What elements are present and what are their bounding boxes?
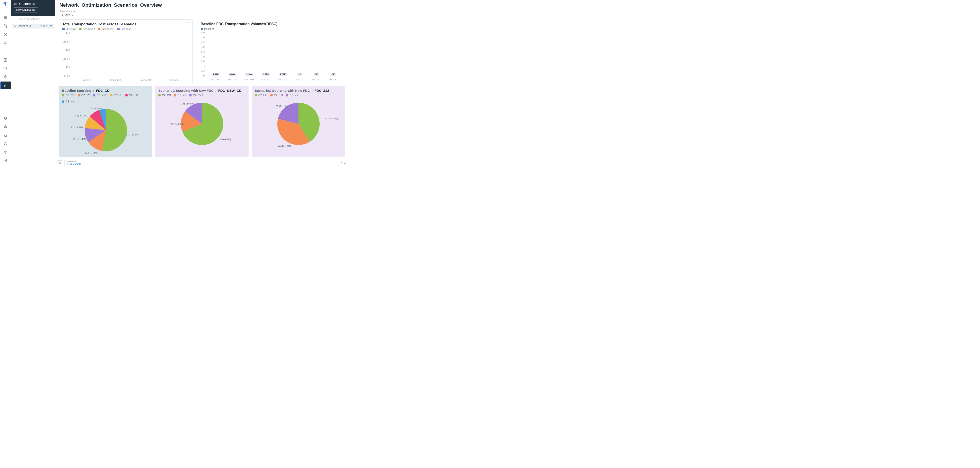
module-header: Custom BI New Dashboard <box>11 0 55 16</box>
legend-item[interactable]: ScenarioC <box>118 28 134 31</box>
legend-item[interactable]: CZ_CD <box>158 94 171 97</box>
svg-rect-18 <box>47 25 48 26</box>
svg-rect-17 <box>43 25 45 27</box>
crumb-1[interactable]: ScenarioC Sourcing with New FDC <box>158 89 213 92</box>
legend-item[interactable]: CZ_XX <box>62 100 75 103</box>
page-menu-button[interactable] <box>339 3 344 8</box>
main-header: Network_Optimization_Scenarios_Overview <box>55 0 349 9</box>
crumb-2: FDC_ZJJ <box>315 89 329 92</box>
tabs-menu-button[interactable] <box>344 161 347 164</box>
legend-item[interactable]: CZ_YY2 <box>93 94 107 97</box>
pie-chart <box>276 102 321 146</box>
icon-sidebar <box>0 0 11 167</box>
nav-package-icon[interactable] <box>0 123 11 131</box>
save-icon[interactable] <box>46 25 49 27</box>
panel-pie-zjj[interactable]: ScenarioC Sourcing with New FDC › FDC_ZJ… <box>252 86 345 157</box>
nav-icons-top <box>0 8 11 115</box>
bars-container <box>72 32 189 77</box>
legend: CZ_CDCZ_YYCZ_YY2CZ_HHCZ_JJJCZ_XX <box>62 94 150 103</box>
panel-fdc-bars[interactable]: Baseline FDC Transportation Volumes(DESC… <box>196 19 345 83</box>
edit-icon[interactable] <box>40 25 42 27</box>
filter-row: Period Name 3 已选中 <box>55 9 349 19</box>
open-tab[interactable]: Dashboard Custom BI <box>64 160 84 166</box>
svg-rect-12 <box>5 135 6 137</box>
nav-lock-icon[interactable] <box>0 131 11 139</box>
pie-wrap: 610 (52.9%)143 (12.4%)131 (11.4%)111 (9.… <box>62 105 150 156</box>
dashboard-search-input[interactable] <box>18 18 52 21</box>
crumb-1[interactable]: Baseline Sourcing <box>62 89 91 92</box>
chevron-right-icon: › <box>93 89 94 92</box>
svg-rect-0 <box>4 24 5 25</box>
legend-item[interactable]: CZ_YY <box>78 94 90 97</box>
pie-chart <box>84 108 128 152</box>
nav-search-data-icon[interactable] <box>0 39 11 47</box>
slice-label: 111 (9.6%) <box>71 126 83 129</box>
pie-chart <box>180 102 224 146</box>
legend-item[interactable]: ScenarioA <box>79 28 95 31</box>
nav-clock-icon[interactable] <box>0 73 11 81</box>
crumb-1[interactable]: ScenarioC Sourcing with New FDC <box>255 89 310 92</box>
nav-bi-icon[interactable] <box>0 81 11 89</box>
panel-cost-bars[interactable]: Total Transportation Cost Across Scenari… <box>59 19 192 83</box>
copy-icon[interactable] <box>43 25 45 27</box>
nav-grid-icon[interactable] <box>0 48 11 55</box>
legend-item[interactable]: CZ_JJJ <box>270 94 283 97</box>
tabs-next-button[interactable] <box>340 162 342 164</box>
legend-item[interactable]: CZ_HH <box>110 94 122 97</box>
svg-point-3 <box>4 41 6 44</box>
nav-schedule-icon[interactable] <box>0 65 11 72</box>
kebab-icon <box>340 3 344 7</box>
legend-item[interactable]: Baseline <box>200 27 215 30</box>
bottom-bar: Dashboard Custom BI <box>55 158 349 167</box>
panel-collapse-button[interactable] <box>57 161 62 165</box>
tab-title: Dashboard <box>66 161 83 163</box>
legend-item[interactable]: ScenarioB <box>98 28 114 31</box>
nav-info-icon[interactable] <box>0 115 11 122</box>
close-icon[interactable] <box>81 161 83 162</box>
nav-workflow-icon[interactable] <box>0 22 11 30</box>
bars-icon <box>14 2 18 6</box>
chevron-down-icon <box>72 14 74 16</box>
dashboard-search[interactable] <box>11 16 55 22</box>
bottom-left: Dashboard Custom BI <box>57 160 84 166</box>
value-label: 3.16K <box>245 73 253 76</box>
nav-exit-icon[interactable] <box>0 157 11 164</box>
legend-item[interactable]: CZ_JJJ <box>126 94 138 97</box>
legend: Baseline <box>200 27 342 30</box>
new-dashboard-button[interactable]: New Dashboard <box>14 7 38 13</box>
nav-list-icon[interactable] <box>0 14 11 21</box>
expand-icon[interactable] <box>187 22 190 24</box>
nav-help-icon[interactable] <box>0 148 11 156</box>
module-title: Custom BI <box>19 2 35 6</box>
chart-area: 4.5K4K3.5K3K2.5K2K1.5K1K0.5K0K 4.47K4.00… <box>200 32 342 81</box>
crumb-2: FDC_CD <box>96 89 110 92</box>
legend-item[interactable]: Baseline <box>62 28 76 31</box>
filter-value-text: 3 已选中 <box>60 13 70 17</box>
nav-report-icon[interactable] <box>0 56 11 64</box>
nav-play-icon[interactable] <box>0 31 11 38</box>
y-axis: 117K116.5K116K115.5K115K114.5K <box>62 32 72 77</box>
legend-item[interactable]: CZ_HH <box>255 94 267 97</box>
legend-item[interactable]: CZ_CD <box>62 94 75 97</box>
row-2: Baseline Sourcing › FDC_CD CZ_CDCZ_YYCZ_… <box>59 86 345 157</box>
panel-title: Total Transportation Cost Across Scenari… <box>62 22 189 26</box>
app-logo[interactable] <box>0 0 11 8</box>
legend-item[interactable]: CZ_XX <box>286 94 298 97</box>
filter-value[interactable]: 3 已选中 <box>60 13 344 17</box>
x-axis: FDC_NCFDC_CSFDC_WHFDC_CDFDC_YC1FDC_JZFDC… <box>207 78 342 81</box>
module-title-row: Custom BI <box>14 2 52 6</box>
panel-pie-new-cd[interactable]: ScenarioC Sourcing with New FDC › FDC_NE… <box>155 86 248 157</box>
panel-pie-baseline-cd[interactable]: Baseline Sourcing › FDC_CD CZ_CDCZ_YYCZ_… <box>59 86 152 157</box>
svg-rect-1 <box>6 27 7 28</box>
delete-icon[interactable] <box>49 25 52 27</box>
value-label: 4.47K <box>212 73 220 76</box>
pie-wrap: 610 (69%)143 (16.2%)131 (14.8%) <box>158 98 246 150</box>
panel-breadcrumb: ScenarioC Sourcing with New FDC › FDC_ZJ… <box>255 89 342 92</box>
tabs-prev-button[interactable] <box>337 162 339 164</box>
dashboard-list-item[interactable]: Dashboard <box>12 24 54 29</box>
legend-item[interactable]: CZ_YY2 <box>189 94 203 97</box>
logo-icon <box>3 2 8 7</box>
dashboard-item-label: Dashboard <box>18 24 31 28</box>
legend-item[interactable]: CZ_YY <box>174 94 186 97</box>
nav-refresh-icon[interactable] <box>0 140 11 148</box>
